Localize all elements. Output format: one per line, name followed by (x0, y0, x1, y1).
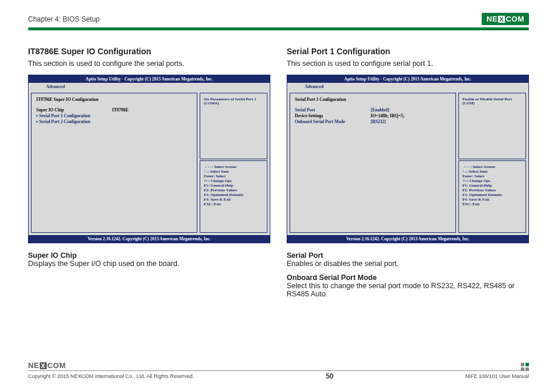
chapter-title: Chapter 4: BIOS Setup (28, 15, 100, 23)
serial-port-label: Serial Port (295, 107, 371, 113)
super-io-chip-value: IT8786E (112, 107, 128, 113)
bios-heading: IT8786E Super IO Configuration (36, 97, 112, 102)
footer-logo: NEXCOM (28, 361, 529, 370)
note-serial-port-desc: Enables or disables the serial port. (287, 260, 529, 268)
bios-help-panel: Set Parameters of Serial Port 1 (COMA) (200, 93, 267, 159)
note-onboard-mode-desc: Select this to change the serial port mo… (287, 282, 529, 298)
device-settings-value: IO=248h; IRQ=5; (371, 113, 405, 118)
device-settings-label: Device Settings (295, 113, 371, 118)
bios-keys-panel: →←: Select Screen ↑↓: Select Item Enter:… (200, 160, 267, 233)
nexcom-logo: NEXCOM (482, 13, 529, 25)
right-bios-screenshot: Aptio Setup Utility - Copyright (C) 2013… (287, 75, 529, 243)
bios-keys-panel: →←: Select Screen ↑↓: Select Item Enter:… (458, 160, 526, 233)
left-section-title: IT8786E Super IO Configuration (28, 47, 270, 56)
manual-title: NIFE 100/101 User Manual (465, 373, 529, 379)
note-super-io-chip-desc: Displays the Super I/O chip used on the … (28, 260, 270, 268)
right-section-title: Serial Port 1 Configuration (287, 47, 529, 56)
bios-tab-advanced: Advanced (287, 83, 528, 90)
bios-main-panel: Serial Port 1 Configuration Serial Port … (290, 93, 456, 233)
serial-port-1-link: Serial Port 1 Configuration (36, 113, 192, 118)
header-rule (28, 27, 529, 30)
right-section-desc: This section is used to configure serial… (287, 60, 529, 68)
bios-header: Aptio Setup Utility - Copyright (C) 2013… (29, 75, 270, 83)
left-bios-screenshot: Aptio Setup Utility - Copyright (C) 2013… (28, 75, 270, 243)
right-column: Serial Port 1 Configuration This section… (287, 47, 529, 298)
note-serial-port-title: Serial Port (287, 251, 529, 260)
bios-footer: Version 2.16.1242. Copyright (C) 2013 Am… (287, 235, 528, 243)
left-section-desc: This section is used to configure the se… (28, 60, 270, 68)
bios-help-panel: Enable or Disable Serial Port (COM) (458, 93, 526, 159)
super-io-chip-label: Super IO Chip (36, 107, 112, 113)
bios-footer: Version 2.16.1242. Copyright (C) 2013 Am… (29, 235, 270, 243)
bios-tab-advanced: Advanced (29, 83, 270, 90)
serial-port-value: [Enabled] (371, 107, 389, 113)
serial-port-2-link: Serial Port 2 Configuration (36, 119, 192, 124)
bios-main-panel: IT8786E Super IO Configuration Super IO … (31, 93, 197, 233)
left-column: IT8786E Super IO Configuration This sect… (28, 47, 270, 298)
bios-heading: Serial Port 1 Configuration (295, 97, 371, 102)
page-number: 50 (326, 372, 333, 380)
bios-header: Aptio Setup Utility - Copyright (C) 2013… (287, 75, 528, 83)
onboard-mode-label: Onboard Serial Port Mode (295, 119, 371, 124)
onboard-mode-value: [RS232] (371, 119, 386, 124)
note-onboard-mode-title: Onboard Serial Port Mode (287, 274, 529, 282)
note-super-io-chip-title: Super IO Chip (28, 251, 270, 260)
copyright-text: Copyright © 2015 NEXCOM International Co… (28, 373, 194, 379)
